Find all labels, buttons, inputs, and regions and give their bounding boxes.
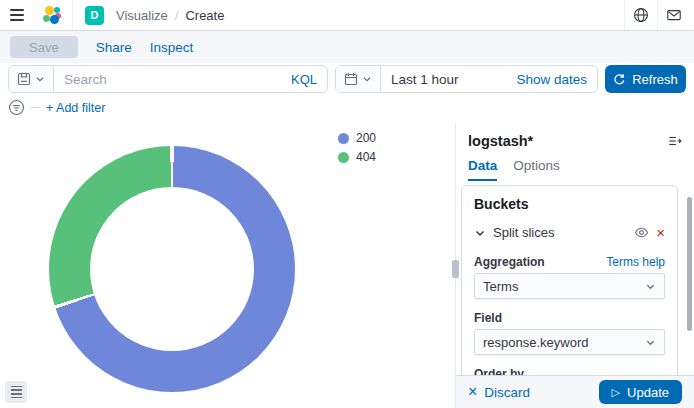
index-pattern-title: logstash* xyxy=(468,133,533,149)
toggle-visibility-eye-icon[interactable] xyxy=(634,225,649,240)
panel-scrollbar[interactable] xyxy=(687,197,692,331)
editor-footer: × Discard ▷ Update xyxy=(456,375,694,408)
breadcrumb-create: Create xyxy=(185,8,224,23)
time-range-value[interactable]: Last 1 hour xyxy=(381,72,506,87)
legend-label: 200 xyxy=(356,131,376,145)
legend-swatch xyxy=(338,133,349,144)
buckets-heading: Buckets xyxy=(474,196,665,212)
play-icon: ▷ xyxy=(612,386,620,399)
breadcrumb: Visualize / Create xyxy=(116,8,224,23)
aggregation-label: Aggregation xyxy=(474,255,545,269)
terms-help-link[interactable]: Terms help xyxy=(606,255,665,269)
order-by-field-group: Order by Metric: Count xyxy=(474,367,665,375)
field-field-group: Field response.keyword xyxy=(474,311,665,355)
filter-divider xyxy=(31,107,40,108)
editor-tabs: Data Options xyxy=(468,158,682,181)
field-select[interactable]: response.keyword xyxy=(474,329,665,355)
refresh-label: Refresh xyxy=(632,72,678,87)
share-button[interactable]: Share xyxy=(96,40,132,55)
query-language-button[interactable]: KQL xyxy=(281,72,327,87)
calendar-icon xyxy=(344,72,358,86)
query-bar: KQL Last 1 hour Show dates Refresh xyxy=(0,63,694,95)
space-badge[interactable]: D xyxy=(85,6,104,25)
breadcrumb-visualize[interactable]: Visualize xyxy=(116,8,168,23)
legend-item-404[interactable]: 404 xyxy=(338,150,376,164)
search-input[interactable] xyxy=(54,72,281,87)
elastic-logo-icon[interactable] xyxy=(42,5,62,25)
search-box: KQL xyxy=(8,65,328,93)
collapse-panel-icon[interactable] xyxy=(668,134,682,148)
filter-bar: + Add filter xyxy=(0,95,694,123)
chevron-down-icon xyxy=(362,74,372,84)
tab-data[interactable]: Data xyxy=(468,158,497,181)
chart-area: 200 404 xyxy=(0,123,455,408)
show-dates-button[interactable]: Show dates xyxy=(506,72,597,87)
editor-panel-head: logstash* Data Options xyxy=(456,123,694,181)
hamburger-icon xyxy=(10,9,24,21)
close-icon: × xyxy=(468,384,477,400)
header-bar: D Visualize / Create xyxy=(0,0,694,31)
remove-bucket-icon[interactable]: × xyxy=(656,225,665,240)
aggregation-select[interactable]: Terms xyxy=(474,273,665,299)
save-button[interactable]: Save xyxy=(10,36,78,58)
order-by-label: Order by xyxy=(474,367,524,375)
globe-icon[interactable] xyxy=(625,0,657,30)
refresh-button[interactable]: Refresh xyxy=(605,65,686,93)
legend-toggle-button[interactable] xyxy=(5,381,27,403)
main-content: 200 404 logstash* xyxy=(0,123,694,408)
split-slices-label: Split slices xyxy=(493,225,627,240)
refresh-icon xyxy=(613,73,626,86)
legend-swatch xyxy=(338,152,349,163)
save-query-icon xyxy=(17,72,31,86)
panel-resize-handle[interactable] xyxy=(452,260,459,278)
discard-button[interactable]: × Discard xyxy=(468,384,530,400)
toolbar: Save Share Inspect xyxy=(0,31,694,63)
header-divider xyxy=(72,0,73,30)
donut-chart[interactable] xyxy=(49,146,295,392)
visualization-editor-panel: logstash* Data Options xyxy=(455,123,694,408)
donut-hole xyxy=(90,187,254,351)
split-slices-accordion[interactable]: Split slices × xyxy=(474,225,665,240)
field-label: Field xyxy=(474,311,502,325)
aggregation-field-group: Aggregation Terms help Terms xyxy=(474,255,665,299)
update-button[interactable]: ▷ Update xyxy=(599,380,682,404)
kibana-app: D Visualize / Create Save Share Inspect xyxy=(0,0,694,408)
filter-icon[interactable] xyxy=(8,99,25,116)
buckets-card: Buckets Split slices × xyxy=(461,185,678,375)
tab-options[interactable]: Options xyxy=(513,158,560,181)
update-label: Update xyxy=(627,385,669,400)
chevron-down-icon xyxy=(474,227,486,239)
time-picker: Last 1 hour Show dates xyxy=(335,65,598,93)
chevron-down-icon xyxy=(645,337,656,348)
legend-label: 404 xyxy=(356,150,376,164)
mail-icon[interactable] xyxy=(658,0,684,30)
date-quick-menu-button[interactable] xyxy=(336,66,381,92)
legend-item-200[interactable]: 200 xyxy=(338,131,376,145)
menu-icon[interactable] xyxy=(10,0,32,30)
chart-legend: 200 404 xyxy=(338,131,376,164)
add-filter-button[interactable]: + Add filter xyxy=(46,101,105,115)
editor-scroll-area: Buckets Split slices × xyxy=(456,181,694,375)
inspect-button[interactable]: Inspect xyxy=(150,40,194,55)
discard-label: Discard xyxy=(484,385,530,400)
breadcrumb-separator: / xyxy=(175,8,179,23)
chevron-down-icon xyxy=(35,74,45,84)
chevron-down-icon xyxy=(645,281,656,292)
saved-query-menu-button[interactable] xyxy=(9,66,54,92)
